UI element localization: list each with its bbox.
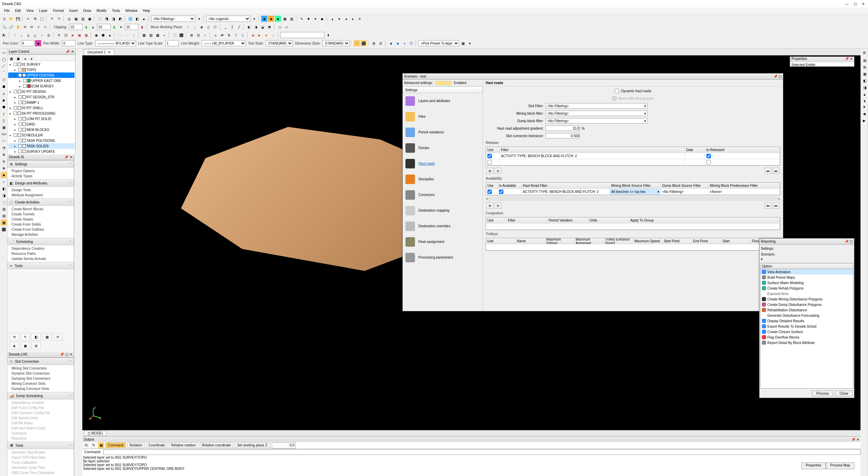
save-icon[interactable]: 💾 bbox=[15, 16, 21, 22]
clip-input2[interactable] bbox=[97, 24, 111, 30]
close-button[interactable]: ✕ bbox=[861, 1, 866, 6]
tool-icon[interactable]: ■ bbox=[275, 16, 281, 22]
scenario-nav-haul-roads[interactable]: Haul roads bbox=[403, 156, 483, 171]
close-icon[interactable]: ✕ bbox=[108, 50, 111, 54]
wp-z-input[interactable] bbox=[272, 442, 296, 448]
report-option[interactable]: Create Rehab Polygons bbox=[761, 285, 853, 291]
tool-icon[interactable]: ◇ bbox=[205, 24, 212, 30]
tool-icon[interactable]: ⬛ bbox=[178, 32, 184, 38]
preset-select[interactable]: <Pick Preset To Appl… bbox=[418, 40, 459, 46]
avail-mbp-cell[interactable]: <None> bbox=[708, 189, 780, 195]
section-item[interactable]: Create Bench Blocks bbox=[10, 207, 72, 212]
menu-help[interactable]: Help bbox=[140, 9, 153, 13]
layer-node[interactable]: ▸NEW BLOCKS bbox=[8, 127, 74, 132]
lhs-item[interactable]: Edit Haul Matrix Costs bbox=[10, 426, 72, 431]
tool-icon[interactable]: ▮ bbox=[139, 24, 145, 30]
tool-icon[interactable]: ▯ bbox=[1, 117, 7, 124]
lhs-item[interactable]: Mining Slot Connectors bbox=[10, 366, 72, 371]
lhs-item[interactable]: Generate Haul Routes bbox=[10, 450, 72, 455]
tool-icon[interactable]: ✎ bbox=[299, 16, 305, 22]
tool-icon[interactable]: ▭ bbox=[1, 49, 7, 55]
lhs-section-dump-scheduling[interactable]: 🚚Dump Scheduling⌃ bbox=[7, 392, 74, 399]
tool-icon[interactable]: ⋯ bbox=[124, 32, 130, 38]
section-tools[interactable]: ✂Tools⌃ bbox=[7, 262, 74, 269]
new-icon[interactable]: 🗋 bbox=[1, 16, 7, 22]
nav-icon[interactable]: ⏭ bbox=[773, 202, 780, 209]
close-icon[interactable]: ✕ bbox=[70, 352, 72, 356]
tool-icon[interactable]: 〰 bbox=[1, 138, 7, 144]
scenario-nav-processing-parameters[interactable]: Processing parameters bbox=[403, 250, 483, 265]
section-item[interactable]: Create Slopes bbox=[10, 217, 72, 222]
release-grid[interactable]: Use Filter Date Is Released ACTIVITY TYP… bbox=[486, 147, 780, 166]
section-item[interactable]: Create From Solids bbox=[10, 222, 72, 227]
tool-icon[interactable]: ◨ bbox=[1, 192, 7, 198]
tool-icon[interactable]: ▦ bbox=[282, 16, 288, 22]
tool-icon[interactable]: ▦ bbox=[862, 71, 868, 77]
lhs-item[interactable]: Dependency Creation bbox=[10, 400, 72, 405]
tool-icon[interactable]: ◀ bbox=[250, 32, 256, 38]
tool-icon[interactable]: ■ bbox=[1, 172, 7, 178]
tool-icon[interactable]: ▼ bbox=[862, 98, 868, 104]
tool-icon[interactable]: ↘ bbox=[212, 32, 218, 38]
layer-node[interactable]: ▸PIT DESIGN_STR bbox=[8, 94, 74, 100]
paste-icon[interactable]: 📋 bbox=[39, 16, 45, 22]
close-icon[interactable]: ✕ bbox=[856, 438, 859, 441]
tool-icon[interactable]: ▮ bbox=[111, 24, 117, 30]
tool-icon[interactable]: ▾ bbox=[251, 16, 257, 22]
line-type-scale-input[interactable] bbox=[165, 40, 179, 46]
tool-icon[interactable]: ◀ bbox=[861, 111, 867, 117]
tool-icon[interactable]: ■ bbox=[395, 40, 401, 46]
tool-icon[interactable]: ⟲ bbox=[22, 24, 28, 30]
rel-coordinate-button[interactable]: Relative coordinate bbox=[200, 442, 234, 448]
rel-rotation-button[interactable]: Relative rotation bbox=[169, 442, 198, 448]
lhs-item[interactable]: Import GPS Haul Data bbox=[10, 455, 72, 460]
tool-icon[interactable]: ⁝ bbox=[131, 32, 137, 38]
report-option[interactable]: Exposed Area bbox=[761, 291, 853, 296]
avail-mbs-cell[interactable]: All benches <> top two bbox=[611, 190, 646, 194]
tool-icon[interactable]: ⬇ bbox=[325, 32, 331, 38]
release-isreleased-checkbox[interactable] bbox=[706, 160, 711, 164]
tool-icon[interactable]: ⟳ bbox=[29, 24, 35, 30]
tool-icon[interactable]: ⫶ bbox=[12, 32, 18, 38]
lhs-item[interactable]: Dynamic Slot Connectors bbox=[10, 371, 72, 376]
advanced-toggle[interactable] bbox=[435, 81, 452, 85]
tool-icon[interactable]: ▸ bbox=[350, 16, 356, 22]
slot-tol-input[interactable] bbox=[546, 133, 580, 138]
layer-node[interactable]: ▸SURVEY UPDATE bbox=[8, 149, 74, 154]
avail-isavail-checkbox[interactable] bbox=[499, 190, 503, 194]
tool-icon[interactable]: △ bbox=[32, 32, 38, 38]
report-option[interactable]: Surface Water Modeling bbox=[761, 280, 853, 285]
layer-node[interactable]: ▸TOPO bbox=[8, 67, 74, 72]
lhs-item[interactable]: Edit RR Rules bbox=[10, 421, 72, 426]
lhs-item[interactable]: Edit Truck Config File bbox=[10, 405, 72, 410]
availability-grid[interactable]: Use Is Available Haul Road Filter Mining… bbox=[486, 182, 780, 195]
down-icon[interactable]: ↓ bbox=[192, 24, 198, 30]
close-button[interactable]: Close bbox=[835, 391, 853, 396]
tool-icon[interactable]: ▦ bbox=[141, 32, 147, 38]
lhs-item[interactable]: Reporting bbox=[10, 436, 72, 441]
tool-icon[interactable]: ■ bbox=[401, 40, 407, 46]
tool-icon[interactable]: ⊞ bbox=[862, 64, 868, 70]
lhs-item[interactable]: Truck Calibration bbox=[10, 460, 72, 465]
tool-icon[interactable]: ▴ bbox=[329, 16, 335, 22]
open-icon[interactable]: 📂 bbox=[8, 16, 14, 22]
zoom-extents-icon[interactable]: 🔍 bbox=[1, 24, 7, 30]
nav-icon[interactable]: ⏭ bbox=[773, 168, 780, 174]
release-use-checkbox[interactable] bbox=[487, 154, 492, 158]
slot-filter-select[interactable]: <No Filtering>▾ bbox=[546, 103, 648, 109]
clipping-input[interactable] bbox=[69, 24, 83, 30]
add-row-icon[interactable]: ⊕ bbox=[486, 168, 493, 174]
tool-icon[interactable]: ⧈ bbox=[56, 32, 62, 38]
tool-icon[interactable]: ⊞ bbox=[188, 32, 195, 38]
menu-tools[interactable]: Tools bbox=[109, 9, 122, 13]
lhs-item[interactable]: Interactive Cycle Time bbox=[10, 465, 72, 470]
layer-node[interactable]: ▸UPPER CENTRAL bbox=[8, 72, 74, 78]
tool-icon[interactable]: ▾ bbox=[336, 16, 342, 22]
tool-icon[interactable]: ⬢ bbox=[1, 83, 7, 89]
text-icon[interactable]: A↓ bbox=[1, 32, 7, 38]
report-option[interactable]: Create Mining Disturbance Polygons bbox=[761, 296, 853, 302]
lhs-item[interactable]: QBD Cycle Time Calculation bbox=[10, 470, 72, 475]
lhs-item[interactable]: Scenarios bbox=[10, 431, 72, 436]
tool-icon[interactable]: ✚ bbox=[305, 16, 312, 22]
section-item[interactable]: Resource Paths bbox=[10, 251, 72, 256]
